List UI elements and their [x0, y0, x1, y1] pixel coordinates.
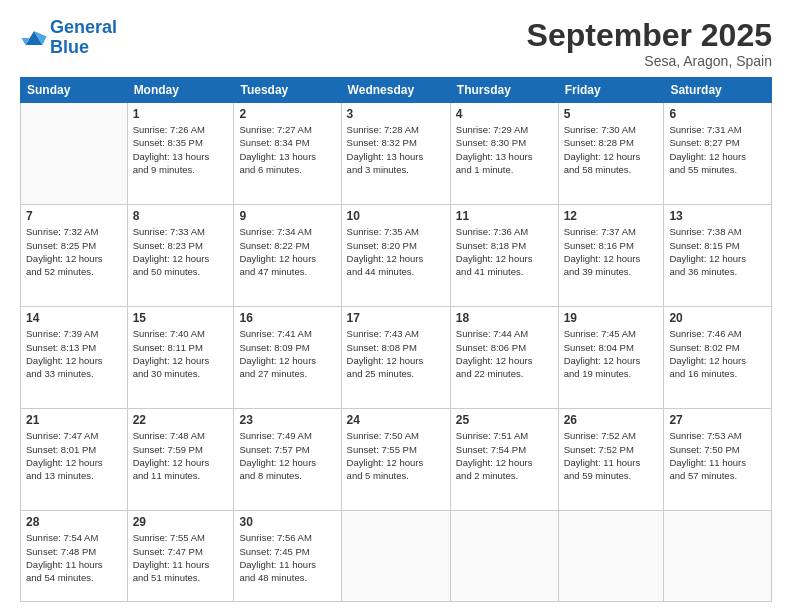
calendar-cell: [558, 511, 664, 602]
day-number: 10: [347, 209, 445, 223]
calendar-cell: 2Sunrise: 7:27 AMSunset: 8:34 PMDaylight…: [234, 103, 341, 205]
day-info: Sunrise: 7:27 AMSunset: 8:34 PMDaylight:…: [239, 123, 335, 176]
calendar-cell: 8Sunrise: 7:33 AMSunset: 8:23 PMDaylight…: [127, 205, 234, 307]
day-info: Sunrise: 7:39 AMSunset: 8:13 PMDaylight:…: [26, 327, 122, 380]
logo-text: General Blue: [50, 18, 117, 58]
day-number: 29: [133, 515, 229, 529]
day-info: Sunrise: 7:44 AMSunset: 8:06 PMDaylight:…: [456, 327, 553, 380]
weekday-monday: Monday: [127, 78, 234, 103]
calendar-cell: [21, 103, 128, 205]
day-number: 6: [669, 107, 766, 121]
month-title: September 2025: [527, 18, 772, 53]
calendar-cell: 16Sunrise: 7:41 AMSunset: 8:09 PMDayligh…: [234, 307, 341, 409]
day-info: Sunrise: 7:31 AMSunset: 8:27 PMDaylight:…: [669, 123, 766, 176]
logo-icon: [20, 24, 48, 52]
logo-blue: Blue: [50, 37, 89, 57]
calendar-cell: 30Sunrise: 7:56 AMSunset: 7:45 PMDayligh…: [234, 511, 341, 602]
day-info: Sunrise: 7:29 AMSunset: 8:30 PMDaylight:…: [456, 123, 553, 176]
calendar-cell: 27Sunrise: 7:53 AMSunset: 7:50 PMDayligh…: [664, 409, 772, 511]
calendar-cell: 6Sunrise: 7:31 AMSunset: 8:27 PMDaylight…: [664, 103, 772, 205]
day-number: 21: [26, 413, 122, 427]
day-info: Sunrise: 7:41 AMSunset: 8:09 PMDaylight:…: [239, 327, 335, 380]
title-block: September 2025 Sesa, Aragon, Spain: [527, 18, 772, 69]
day-number: 11: [456, 209, 553, 223]
weekday-saturday: Saturday: [664, 78, 772, 103]
day-info: Sunrise: 7:43 AMSunset: 8:08 PMDaylight:…: [347, 327, 445, 380]
calendar-cell: 18Sunrise: 7:44 AMSunset: 8:06 PMDayligh…: [450, 307, 558, 409]
day-info: Sunrise: 7:48 AMSunset: 7:59 PMDaylight:…: [133, 429, 229, 482]
week-row-3: 21Sunrise: 7:47 AMSunset: 8:01 PMDayligh…: [21, 409, 772, 511]
calendar-cell: 17Sunrise: 7:43 AMSunset: 8:08 PMDayligh…: [341, 307, 450, 409]
day-number: 19: [564, 311, 659, 325]
day-number: 24: [347, 413, 445, 427]
weekday-thursday: Thursday: [450, 78, 558, 103]
day-info: Sunrise: 7:35 AMSunset: 8:20 PMDaylight:…: [347, 225, 445, 278]
calendar: SundayMondayTuesdayWednesdayThursdayFrid…: [20, 77, 772, 602]
calendar-cell: 14Sunrise: 7:39 AMSunset: 8:13 PMDayligh…: [21, 307, 128, 409]
calendar-cell: 26Sunrise: 7:52 AMSunset: 7:52 PMDayligh…: [558, 409, 664, 511]
calendar-cell: 7Sunrise: 7:32 AMSunset: 8:25 PMDaylight…: [21, 205, 128, 307]
calendar-cell: 12Sunrise: 7:37 AMSunset: 8:16 PMDayligh…: [558, 205, 664, 307]
day-number: 14: [26, 311, 122, 325]
day-number: 13: [669, 209, 766, 223]
calendar-cell: 22Sunrise: 7:48 AMSunset: 7:59 PMDayligh…: [127, 409, 234, 511]
day-number: 18: [456, 311, 553, 325]
weekday-header-row: SundayMondayTuesdayWednesdayThursdayFrid…: [21, 78, 772, 103]
day-number: 8: [133, 209, 229, 223]
day-info: Sunrise: 7:47 AMSunset: 8:01 PMDaylight:…: [26, 429, 122, 482]
calendar-cell: [341, 511, 450, 602]
calendar-cell: 9Sunrise: 7:34 AMSunset: 8:22 PMDaylight…: [234, 205, 341, 307]
week-row-2: 14Sunrise: 7:39 AMSunset: 8:13 PMDayligh…: [21, 307, 772, 409]
week-row-4: 28Sunrise: 7:54 AMSunset: 7:48 PMDayligh…: [21, 511, 772, 602]
day-number: 9: [239, 209, 335, 223]
day-info: Sunrise: 7:56 AMSunset: 7:45 PMDaylight:…: [239, 531, 335, 584]
day-number: 1: [133, 107, 229, 121]
calendar-cell: 24Sunrise: 7:50 AMSunset: 7:55 PMDayligh…: [341, 409, 450, 511]
day-number: 28: [26, 515, 122, 529]
day-info: Sunrise: 7:51 AMSunset: 7:54 PMDaylight:…: [456, 429, 553, 482]
day-number: 5: [564, 107, 659, 121]
day-number: 16: [239, 311, 335, 325]
calendar-cell: 21Sunrise: 7:47 AMSunset: 8:01 PMDayligh…: [21, 409, 128, 511]
day-number: 7: [26, 209, 122, 223]
day-info: Sunrise: 7:52 AMSunset: 7:52 PMDaylight:…: [564, 429, 659, 482]
day-info: Sunrise: 7:54 AMSunset: 7:48 PMDaylight:…: [26, 531, 122, 584]
calendar-cell: 11Sunrise: 7:36 AMSunset: 8:18 PMDayligh…: [450, 205, 558, 307]
calendar-cell: 15Sunrise: 7:40 AMSunset: 8:11 PMDayligh…: [127, 307, 234, 409]
location: Sesa, Aragon, Spain: [527, 53, 772, 69]
day-info: Sunrise: 7:46 AMSunset: 8:02 PMDaylight:…: [669, 327, 766, 380]
day-number: 23: [239, 413, 335, 427]
calendar-cell: 28Sunrise: 7:54 AMSunset: 7:48 PMDayligh…: [21, 511, 128, 602]
calendar-cell: 23Sunrise: 7:49 AMSunset: 7:57 PMDayligh…: [234, 409, 341, 511]
calendar-cell: 5Sunrise: 7:30 AMSunset: 8:28 PMDaylight…: [558, 103, 664, 205]
day-info: Sunrise: 7:53 AMSunset: 7:50 PMDaylight:…: [669, 429, 766, 482]
header: General Blue September 2025 Sesa, Aragon…: [20, 18, 772, 69]
day-number: 30: [239, 515, 335, 529]
day-number: 26: [564, 413, 659, 427]
calendar-cell: 13Sunrise: 7:38 AMSunset: 8:15 PMDayligh…: [664, 205, 772, 307]
week-row-1: 7Sunrise: 7:32 AMSunset: 8:25 PMDaylight…: [21, 205, 772, 307]
day-info: Sunrise: 7:33 AMSunset: 8:23 PMDaylight:…: [133, 225, 229, 278]
day-number: 22: [133, 413, 229, 427]
day-info: Sunrise: 7:26 AMSunset: 8:35 PMDaylight:…: [133, 123, 229, 176]
day-number: 25: [456, 413, 553, 427]
calendar-cell: [450, 511, 558, 602]
day-info: Sunrise: 7:30 AMSunset: 8:28 PMDaylight:…: [564, 123, 659, 176]
day-info: Sunrise: 7:32 AMSunset: 8:25 PMDaylight:…: [26, 225, 122, 278]
day-number: 15: [133, 311, 229, 325]
weekday-friday: Friday: [558, 78, 664, 103]
day-info: Sunrise: 7:38 AMSunset: 8:15 PMDaylight:…: [669, 225, 766, 278]
day-info: Sunrise: 7:49 AMSunset: 7:57 PMDaylight:…: [239, 429, 335, 482]
calendar-cell: 29Sunrise: 7:55 AMSunset: 7:47 PMDayligh…: [127, 511, 234, 602]
day-info: Sunrise: 7:50 AMSunset: 7:55 PMDaylight:…: [347, 429, 445, 482]
day-number: 27: [669, 413, 766, 427]
weekday-sunday: Sunday: [21, 78, 128, 103]
day-number: 4: [456, 107, 553, 121]
week-row-0: 1Sunrise: 7:26 AMSunset: 8:35 PMDaylight…: [21, 103, 772, 205]
day-number: 2: [239, 107, 335, 121]
calendar-cell: 25Sunrise: 7:51 AMSunset: 7:54 PMDayligh…: [450, 409, 558, 511]
page: General Blue September 2025 Sesa, Aragon…: [0, 0, 792, 612]
day-info: Sunrise: 7:55 AMSunset: 7:47 PMDaylight:…: [133, 531, 229, 584]
day-info: Sunrise: 7:28 AMSunset: 8:32 PMDaylight:…: [347, 123, 445, 176]
weekday-wednesday: Wednesday: [341, 78, 450, 103]
